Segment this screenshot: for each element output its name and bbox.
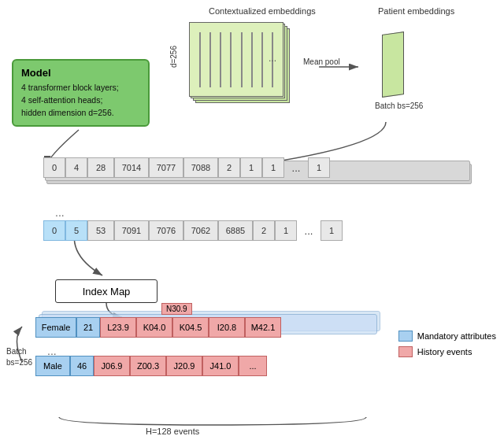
- cell-r1-7: 1: [240, 157, 262, 178]
- cell-z003: Z00.3: [130, 356, 166, 376]
- diagram-container: Contextualized embeddings Patient embedd…: [0, 0, 504, 447]
- model-desc: 4 transformer block layers; 4 self-atten…: [21, 82, 140, 119]
- cell-j410: J41.0: [202, 356, 239, 376]
- cell-r1-1: 4: [65, 157, 87, 178]
- index-map-box: Index Map: [55, 279, 158, 303]
- extra-pink-label: N30.9: [161, 303, 192, 315]
- cell-dots-pink: ...: [239, 356, 267, 376]
- cell-r1-4: 7077: [149, 157, 183, 178]
- middle-section: 0 4 28 7014 7077 7088 2 1 1 ... 1 ... 0 …: [43, 157, 484, 242]
- legend: Mandatory attributes History events: [398, 331, 496, 357]
- cell-l239: L23.9: [100, 317, 136, 338]
- batch-label-top: Batch bs=256: [375, 101, 423, 112]
- label-contextualized-embeddings: Contextualized embeddings: [209, 6, 316, 16]
- cell-age-46: 46: [70, 356, 94, 376]
- cell-r2-last: 1: [321, 220, 343, 241]
- cell-r1-8: 1: [262, 157, 284, 178]
- main-patient-row: Female 21 L23.9 K04.0 K04.5 I20.8 M42.1: [35, 317, 281, 338]
- label-patient-embeddings: Patient embeddings: [378, 6, 454, 16]
- cell-r1-5: 7088: [183, 157, 218, 178]
- patient-embedding-rect: [382, 33, 404, 96]
- legend-history-color: [398, 346, 413, 357]
- model-title: Model: [21, 67, 140, 79]
- cell-k045: K04.5: [172, 317, 209, 338]
- cell-age-21: 21: [76, 317, 100, 338]
- cell-r1-6: 2: [218, 157, 240, 178]
- cell-m421: M42.1: [245, 317, 281, 338]
- mean-pool-label: Mean pool: [303, 57, 340, 66]
- cell-j209: J20.9: [166, 356, 202, 376]
- cell-r2-3: 7091: [114, 220, 149, 241]
- legend-mandatory-color: [398, 331, 413, 342]
- cell-r2-7: 2: [253, 220, 275, 241]
- d256-label: d=256: [169, 46, 178, 68]
- cell-k040: K04.0: [136, 317, 172, 338]
- cell-j069: J06.9: [94, 356, 130, 376]
- cell-r1-0: 0: [43, 157, 65, 178]
- cell-r1-last: 1: [308, 157, 330, 178]
- second-patient-row: Male 46 J06.9 Z00.3 J20.9 J41.0 ...: [35, 356, 267, 376]
- model-box: Model 4 transformer block layers; 4 self…: [12, 59, 150, 127]
- cell-i208: I20.8: [209, 317, 245, 338]
- cell-r1-3: 7014: [114, 157, 149, 178]
- cell-r2-1: 5: [65, 220, 87, 241]
- legend-mandatory-label: Mandatory attributes: [417, 331, 496, 341]
- cell-r2-dots: ...: [297, 220, 321, 241]
- cell-r2-5: 7062: [183, 220, 218, 241]
- cell-r2-0: 0: [43, 220, 65, 241]
- legend-history-label: History events: [417, 347, 472, 356]
- legend-history: History events: [398, 346, 496, 357]
- cell-male: Male: [35, 356, 70, 376]
- cell-r2-2: 53: [87, 220, 114, 241]
- legend-mandatory: Mandatory attributes: [398, 331, 496, 342]
- batch-bottom-label: Batchbs=256: [6, 346, 32, 368]
- cell-r2-8: 1: [275, 220, 297, 241]
- h128-label: H=128 events: [146, 427, 199, 436]
- cell-r1-dots: ...: [284, 157, 308, 178]
- cell-female: Female: [35, 317, 76, 338]
- cell-r2-4: 7076: [149, 220, 183, 241]
- index-map-label: Index Map: [83, 286, 131, 297]
- cell-r2-6: 6885: [218, 220, 253, 241]
- cell-r1-2: 28: [87, 157, 114, 178]
- rows-ellipsis: ...: [55, 206, 484, 219]
